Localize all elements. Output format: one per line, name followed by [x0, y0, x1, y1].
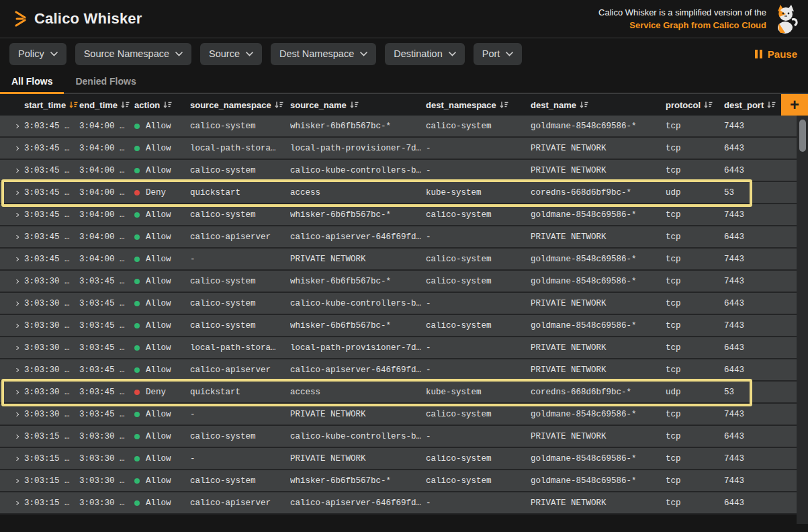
sort-icon: [163, 101, 172, 109]
column-header-source-name[interactable]: source_name: [290, 100, 426, 110]
expand-chevron-icon[interactable]: [13, 346, 19, 350]
table-row[interactable]: 3:03:45 … 3:04:00 … Allow calico-system …: [0, 116, 797, 138]
column-header-dest-namespace[interactable]: dest_namespace: [426, 100, 531, 110]
action-label: Allow: [146, 166, 171, 175]
cell-dest-port: 6443: [721, 432, 797, 441]
cell-source-namespace: -: [190, 255, 290, 264]
cell-source-name: access: [290, 388, 426, 397]
scrollbar-thumb[interactable]: [799, 120, 806, 152]
table-row[interactable]: 3:03:30 … 3:03:45 … Allow calico-system …: [0, 315, 797, 337]
scrollbar-track[interactable]: [797, 116, 808, 524]
expand-chevron-icon[interactable]: [13, 146, 19, 150]
table-header: start_time end_time action source_namesp…: [0, 94, 808, 116]
table-row[interactable]: 3:03:15 … 3:03:30 … Allow calico-system …: [0, 426, 797, 448]
column-header-source-namespace[interactable]: source_namespace: [190, 100, 290, 110]
expand-chevron-icon[interactable]: [13, 390, 19, 394]
cell-source-namespace: calico-apiserver: [190, 232, 290, 242]
table-row[interactable]: 3:03:45 … 3:04:00 … Deny quickstart acce…: [0, 182, 797, 204]
expand-chevron-icon[interactable]: [13, 479, 19, 483]
action-label: Allow: [146, 232, 171, 242]
filter-port[interactable]: Port: [474, 43, 523, 65]
pause-button[interactable]: Pause: [755, 48, 797, 60]
expand-chevron-icon[interactable]: [13, 235, 19, 239]
table-row[interactable]: 3:03:45 … 3:04:00 … Allow calico-system …: [0, 204, 797, 226]
action-label: Deny: [146, 188, 166, 197]
table-row[interactable]: 3:03:30 … 3:03:45 … Allow - PRIVATE NETW…: [0, 404, 797, 426]
column-header-dest-name[interactable]: dest_name: [531, 100, 662, 110]
action-status-dot: [134, 367, 140, 373]
filter-source[interactable]: Source: [200, 43, 262, 65]
cell-source-name: access: [290, 188, 426, 197]
expand-chevron-icon[interactable]: [13, 412, 19, 416]
action-status-dot: [134, 257, 140, 262]
expand-chevron-icon[interactable]: [13, 257, 19, 261]
filter-label: Source Namespace: [84, 48, 169, 59]
expand-chevron-icon[interactable]: [13, 169, 19, 173]
cell-action: Allow: [134, 299, 190, 308]
table-row[interactable]: 3:03:15 … 3:03:30 … Allow calico-apiserv…: [0, 492, 797, 515]
sort-icon: [350, 101, 359, 109]
table-row[interactable]: 3:03:30 … 3:03:45 … Deny quickstart acce…: [0, 382, 797, 404]
filter-dest-namespace[interactable]: Dest Namespace: [271, 43, 376, 65]
flows-table-body: 3:03:45 … 3:04:00 … Allow calico-system …: [0, 116, 797, 524]
cell-start-time: 3:03:30 …: [24, 410, 79, 419]
table-row[interactable]: 3:03:45 … 3:04:00 … Allow calico-system …: [0, 160, 797, 182]
column-header-end-time[interactable]: end_time: [79, 100, 134, 110]
cell-source-namespace: quickstart: [190, 388, 290, 397]
cell-end-time: 3:03:45 …: [79, 321, 134, 330]
action-status-dot: [134, 168, 140, 173]
expand-chevron-icon[interactable]: [13, 213, 19, 217]
table-row[interactable]: 3:03:45 … 3:04:00 … Allow local-path-sto…: [0, 138, 797, 160]
table-row[interactable]: 3:03:45 … 3:04:00 … Allow calico-apiserv…: [0, 226, 797, 249]
cell-dest-namespace: calico-system: [426, 454, 531, 463]
expand-chevron-icon[interactable]: [13, 191, 19, 195]
cell-action: Allow: [134, 432, 190, 441]
chevron-down-icon: [175, 52, 183, 56]
action-status-dot: [134, 390, 140, 395]
action-label: Deny: [146, 388, 166, 397]
expand-chevron-icon[interactable]: [13, 324, 19, 328]
column-header-protocol[interactable]: protocol: [662, 100, 721, 110]
expand-chevron-icon[interactable]: [13, 435, 19, 439]
table-row[interactable]: 3:03:30 … 3:03:45 … Allow calico-system …: [0, 271, 797, 293]
tab-all-flows[interactable]: All Flows: [0, 69, 64, 93]
expand-chevron-icon[interactable]: [13, 368, 19, 372]
column-header-start-time[interactable]: start_time: [24, 100, 79, 110]
table-row[interactable]: 3:03:15 … 3:03:30 … Allow - PRIVATE NETW…: [0, 448, 797, 470]
filter-policy[interactable]: Policy: [9, 43, 66, 65]
table-row[interactable]: 3:03:15 … 3:03:30 … Allow calico-system …: [0, 470, 797, 492]
cell-dest-name: coredns-668d6bf9bc-*: [531, 188, 662, 197]
action-label: Allow: [146, 476, 171, 486]
expand-chevron-icon[interactable]: [13, 124, 19, 128]
table-row[interactable]: 3:03:45 … 3:04:00 … Allow - PRIVATE NETW…: [0, 249, 797, 271]
cell-start-time: 3:03:30 …: [24, 277, 79, 286]
column-header-action[interactable]: action: [134, 100, 190, 110]
table-row[interactable]: 3:03:30 … 3:03:45 … Allow calico-apiserv…: [0, 359, 797, 382]
table-row[interactable]: 3:03:30 … 3:03:45 … Allow calico-system …: [0, 293, 797, 315]
cell-start-time: 3:03:45 …: [24, 255, 79, 264]
chevron-down-icon: [50, 52, 58, 56]
table-row[interactable]: 3:03:30 … 3:03:45 … Allow local-path-sto…: [0, 337, 797, 359]
add-column-button[interactable]: +: [781, 94, 808, 116]
filter-source-namespace[interactable]: Source Namespace: [75, 43, 191, 65]
filter-label: Source: [209, 48, 240, 59]
service-graph-link[interactable]: Service Graph from Calico Cloud: [598, 19, 766, 32]
expand-chevron-icon[interactable]: [13, 302, 19, 306]
action-label: Allow: [146, 410, 171, 419]
tab-denied-flows[interactable]: Denied Flows: [64, 69, 147, 93]
cat-mascot-image: [772, 3, 799, 34]
cell-source-name: whisker-6b6fb567bc-*: [290, 277, 426, 286]
cell-dest-name: PRIVATE NETWORK: [531, 498, 662, 508]
expand-chevron-icon[interactable]: [13, 279, 19, 283]
cell-action: Deny: [134, 188, 190, 197]
expand-chevron-icon[interactable]: [13, 457, 19, 461]
action-status-dot: [134, 500, 140, 506]
cell-dest-port: 6443: [721, 343, 797, 353]
cell-dest-namespace: -: [426, 343, 531, 353]
filter-destination[interactable]: Destination: [385, 43, 465, 65]
cell-source-name: PRIVATE NETWORK: [290, 454, 426, 463]
cell-dest-namespace: -: [426, 365, 531, 375]
expand-chevron-icon[interactable]: [13, 501, 19, 505]
cell-start-time: 3:03:15 …: [24, 454, 79, 463]
cell-protocol: tcp: [662, 299, 721, 308]
